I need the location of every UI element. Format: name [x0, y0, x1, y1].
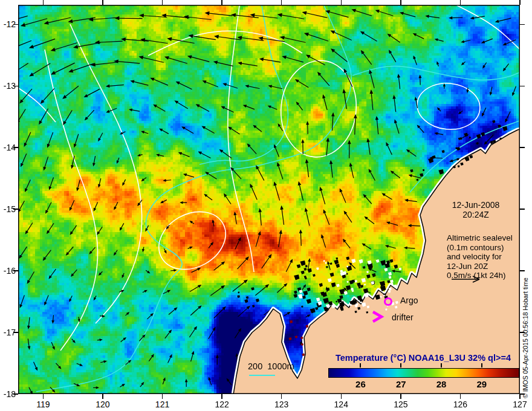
lon-tick	[102, 394, 103, 399]
lon-tick	[102, 0, 103, 5]
lon-tick	[281, 394, 282, 399]
lon-tick	[281, 0, 282, 5]
velocity-scale-arrow-icon	[450, 274, 482, 283]
lon-tick-label: 126	[447, 400, 473, 409]
colorbar-gradient	[328, 368, 519, 378]
colorbar-tick-label: 29	[470, 379, 494, 389]
sst-map-canvas	[18, 5, 520, 394]
lat-tick-label: -13	[0, 81, 16, 91]
lon-tick	[400, 0, 401, 5]
lon-tick	[519, 0, 521, 5]
lat-tick	[520, 393, 525, 395]
timestamp-label: 12-Jun-2008 20:24Z	[434, 200, 517, 219]
lon-tick-label: 124	[328, 400, 354, 409]
lon-tick	[341, 0, 342, 5]
argo-float-marker-icon	[384, 297, 392, 306]
lon-tick-label: 119	[30, 400, 56, 409]
lon-tick	[221, 394, 222, 399]
lon-tick	[162, 0, 163, 5]
altimetric-note-line: (0.1m contours)	[447, 243, 513, 253]
colorbar-tick	[360, 363, 361, 367]
lat-tick-label: -15	[0, 204, 16, 214]
sst-map-figure: 12-Jun-2008 20:24Z Altimetric sealevel (…	[0, 0, 532, 411]
lat-tick	[520, 209, 525, 210]
lon-tick-label: 125	[388, 400, 414, 409]
colorbar-tick	[400, 363, 401, 367]
lon-tick	[43, 0, 44, 5]
lon-tick	[460, 394, 461, 399]
altimetric-note: Altimetric sealevel (0.1m contours) and …	[447, 233, 513, 280]
lat-tick-label: -12	[0, 19, 16, 29]
lat-tick	[520, 147, 525, 148]
colorbar-tick-label: 28	[429, 379, 453, 389]
lon-tick	[400, 394, 401, 399]
lat-tick-label: -17	[0, 328, 16, 337]
lat-tick-label: -16	[0, 266, 16, 276]
altimetric-note-line: Altimetric sealevel	[447, 233, 513, 243]
altimetric-note-line: 12-Jun 20Z	[447, 262, 513, 271]
lon-tick	[162, 394, 163, 399]
colorbar-tick-label: 26	[348, 379, 372, 389]
altimetric-note-line: and velocity for	[447, 252, 513, 262]
colorbar-tick	[441, 363, 442, 367]
colorbar-tick-label: 27	[389, 379, 413, 389]
lat-tick-label: -18	[0, 389, 16, 399]
lon-tick	[341, 394, 342, 399]
lon-tick-label: 121	[149, 400, 176, 409]
lat-tick	[520, 332, 525, 333]
lon-tick	[460, 0, 461, 5]
drifter-label: drifter	[392, 312, 414, 322]
lon-tick-label: 127	[507, 400, 532, 409]
lat-tick	[520, 24, 525, 25]
lon-tick-label: 120	[89, 400, 116, 409]
timestamp-date: 12-Jun-2008	[434, 200, 517, 210]
bathymetry-legend-label: 200 1000m	[248, 361, 294, 371]
lon-tick	[221, 0, 222, 5]
lon-tick	[43, 394, 44, 399]
lon-tick-label: 122	[209, 400, 235, 409]
lon-tick-label: 123	[268, 400, 295, 409]
timestamp-time: 20:24Z	[434, 210, 517, 219]
lon-tick	[519, 394, 521, 399]
lat-tick	[520, 270, 525, 271]
drifter-marker-icon	[371, 310, 385, 323]
colorbar-tick	[481, 363, 482, 367]
bathymetry-contour-sample-line	[249, 375, 275, 376]
argo-label: Argo	[400, 296, 418, 305]
lat-tick-label: -14	[0, 143, 16, 152]
lat-tick	[520, 86, 525, 87]
copyright-watermark: © IMOS 05-Apr-2015 00:56:18 Hobart time	[522, 277, 529, 398]
colorbar-title: Temperature (°C) NOAA16_L3U 32% ql>=4	[328, 353, 518, 363]
